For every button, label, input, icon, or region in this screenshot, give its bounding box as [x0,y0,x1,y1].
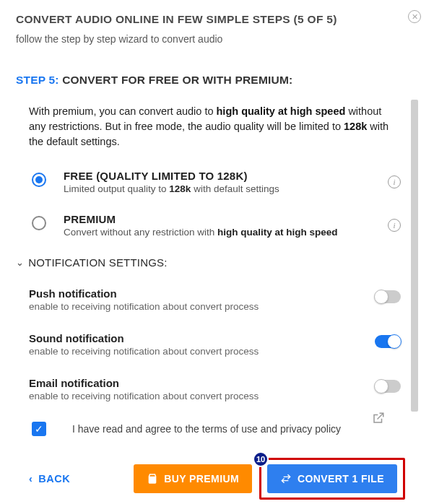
info-icon[interactable]: i [388,219,401,232]
option-free[interactable]: FREE (QUALITY LIMITED TO 128K) Limited o… [32,170,401,194]
buy-premium-label: BUY PREMIUM [164,473,239,485]
toggle-sound[interactable] [375,335,401,348]
option-free-sub: Limited output quality to 128k with defa… [64,183,401,194]
notif-push: Push notification enable to receiving no… [29,287,401,312]
convert-label: CONVERT 1 FILE [298,473,384,485]
page-title: CONVERT AUDIO ONLINE IN FEW SIMPLE STEPS… [16,13,418,26]
notif-email: Email notification enable to receiving n… [29,377,401,401]
notification-heading: NOTIFICATION SETTINGS: [28,256,167,269]
radio-free[interactable] [32,173,46,187]
step-heading: STEP 5: CONVERT FOR FREE OR WITH PREMIUM… [16,74,418,87]
buy-premium-button[interactable]: BUY PREMIUM [134,464,252,493]
agree-text: I have read and agree to the terms of us… [72,423,341,435]
convert-button[interactable]: CONVERT 1 FILE [267,464,397,493]
step-number: STEP 5: [16,74,59,86]
scrollbar[interactable] [411,100,418,412]
option-premium-sub: Convert without any restriction with hig… [64,227,401,238]
notif-email-sub: enable to receiving notification about c… [29,391,401,401]
notification-settings-toggle[interactable]: ⌄ NOTIFICATION SETTINGS: [16,256,401,269]
info-icon[interactable]: i [388,175,401,188]
option-premium-title: PREMIUM [64,213,401,225]
notif-sound-sub: enable to receiving notification about c… [29,346,401,357]
option-free-title: FREE (QUALITY LIMITED TO 128K) [64,170,401,182]
notif-email-title: Email notification [29,377,401,389]
option-premium[interactable]: PREMIUM Convert without any restriction … [32,213,401,238]
back-button[interactable]: ‹ BACK [29,473,70,485]
radio-premium[interactable] [32,216,46,230]
notif-sound: Sound notification enable to receiving n… [29,332,401,357]
close-icon[interactable]: ✕ [408,10,421,23]
back-label: BACK [38,473,70,485]
shopping-bag-icon [147,473,158,485]
premium-description: With premium, you can convert audio to h… [16,95,401,149]
convert-highlight: 10 CONVERT 1 FILE [259,458,405,500]
toggle-email[interactable] [375,380,401,393]
chevron-down-icon: ⌄ [16,257,24,268]
toggle-push[interactable] [375,290,401,303]
notif-push-title: Push notification [29,287,401,300]
chevron-left-icon: ‹ [29,473,32,485]
step-label: CONVERT FOR FREE OR WITH PREMIUM: [62,74,292,86]
step-badge: 10 [253,451,269,467]
external-link-icon[interactable] [372,412,385,425]
notif-sound-title: Sound notification [29,332,401,344]
agree-checkbox[interactable]: ✓ [32,422,46,436]
swap-icon [280,473,292,485]
notif-push-sub: enable to receiving notification about c… [29,301,401,312]
page-subtitle: follow the step by step wizard to conver… [16,33,418,45]
